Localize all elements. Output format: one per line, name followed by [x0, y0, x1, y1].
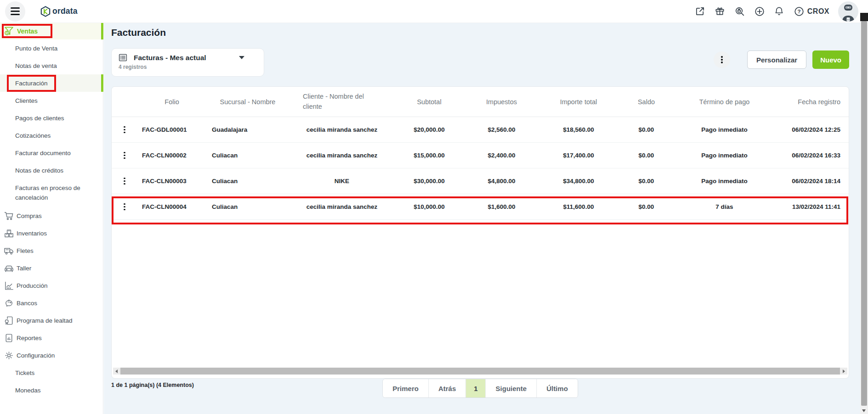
search-icon	[734, 6, 745, 17]
gift-icon	[715, 6, 725, 17]
svg-text:?: ?	[797, 9, 800, 14]
search-button[interactable]	[734, 6, 745, 17]
boxes-icon	[4, 228, 14, 239]
sidebar-item-label: Ventas	[17, 28, 38, 35]
scroll-right-arrow[interactable]	[840, 368, 847, 375]
gift-button[interactable]	[715, 6, 726, 17]
external-link-button[interactable]	[695, 6, 706, 17]
sidebar-item-clientes[interactable]: Clientes	[0, 92, 103, 109]
horizontal-scrollbar[interactable]	[113, 368, 847, 375]
factory-chart-icon	[4, 280, 14, 291]
sidebar-item-monedas[interactable]: Monedas	[0, 382, 103, 399]
row-actions-button[interactable]	[112, 143, 137, 168]
sidebar-item-produccion[interactable]: Producción	[0, 277, 103, 295]
row-actions-button[interactable]	[112, 194, 137, 219]
sidebar: $ Ventas Punto de Venta Notas de venta F…	[0, 23, 103, 414]
svg-text:$: $	[6, 31, 8, 35]
cart-icon	[4, 211, 14, 221]
sidebar-item-bancos[interactable]: Bancos	[0, 295, 103, 312]
loyalty-badge-icon	[4, 315, 14, 326]
gear-icon	[4, 350, 14, 361]
app-root: ordata	[0, 0, 868, 414]
header-actions: Personalizar Nuevo	[714, 50, 849, 69]
vertical-scrollbar-top	[860, 13, 868, 21]
page-summary: 1 de 1 página(s) (4 Elementos)	[111, 382, 194, 388]
sidebar-item-ventas[interactable]: $ Ventas	[0, 23, 103, 39]
user-label: CROX	[807, 7, 829, 16]
horizontal-scrollbar-thumb[interactable]	[120, 368, 840, 375]
sidebar-item-facturacion[interactable]: Facturación	[0, 74, 103, 92]
avatar[interactable]	[838, 1, 858, 22]
vertical-scrollbar[interactable]	[860, 13, 868, 414]
pagination-current-page[interactable]: 1	[465, 379, 485, 397]
scroll-left-arrow[interactable]	[113, 368, 120, 375]
piggy-bank-icon	[4, 298, 14, 308]
sidebar-item-cotizaciones[interactable]: Cotizaciónes	[0, 127, 103, 144]
pagination-next[interactable]: Siguiente	[486, 379, 537, 397]
report-document-icon	[4, 333, 14, 343]
sidebar-item-facturar-documento[interactable]: Facturar documento	[0, 144, 103, 162]
kebab-icon	[721, 56, 723, 58]
menu-button[interactable]	[5, 1, 25, 22]
sidebar-item-compras[interactable]: Compras	[0, 207, 103, 225]
question-circle-icon: ?	[794, 6, 805, 17]
table-row[interactable]: FAC-GDL00001 Guadalajara cecilia miranda…	[112, 117, 849, 143]
sidebar-item-tickets[interactable]: Tickets	[0, 364, 103, 382]
sidebar-item-inventarios[interactable]: Inventarios	[0, 225, 103, 242]
sidebar-item-notas-de-creditos[interactable]: Notas de créditos	[0, 162, 103, 179]
truck-icon	[4, 246, 14, 256]
column-header-sucursal[interactable]: Sucursal - Nombre	[206, 87, 289, 117]
sidebar-item-punto-de-venta[interactable]: Punto de Venta	[0, 39, 103, 57]
column-header-subtotal[interactable]: Subtotal	[395, 87, 464, 117]
pagination-first[interactable]: Primero	[383, 379, 428, 397]
list-view-icon	[118, 53, 128, 62]
page-title: Facturación	[111, 27, 849, 38]
table-row[interactable]: FAC-CLN00002 Culiacan cecilia miranda sa…	[112, 143, 849, 168]
record-count: 4 registros	[119, 64, 257, 70]
pagination: Primero Atrás 1 Siguiente Último	[382, 379, 578, 398]
sidebar-item-pagos-de-clientes[interactable]: Pagos de clientes	[0, 109, 103, 127]
table-header: Folio Sucursal - Nombre Cliente - Nombre…	[112, 87, 849, 117]
sidebar-item-notas-de-venta[interactable]: Notas de venta	[0, 57, 103, 74]
pagination-last[interactable]: Último	[536, 379, 578, 397]
sidebar-item-programa-de-lealtad[interactable]: Programa de lealtad	[0, 312, 103, 330]
view-selector-label: Facturas - Mes actual	[134, 54, 206, 62]
personalize-button[interactable]: Personalizar	[747, 50, 806, 69]
sidebar-item-facturas-en-proceso[interactable]: Facturas en proceso de cancelación	[0, 179, 103, 207]
logo-text: ordata	[52, 6, 78, 16]
scroll-down-arrow[interactable]	[862, 409, 866, 412]
logo-hexagon-icon	[40, 6, 51, 17]
chevron-down-icon	[239, 56, 244, 59]
help-button[interactable]: ?	[794, 6, 805, 17]
external-link-icon	[695, 6, 705, 17]
column-header-termino-de-pago[interactable]: Término de pago	[675, 87, 774, 117]
sidebar-item-reportes[interactable]: Reportes	[0, 330, 103, 347]
notifications-button[interactable]	[774, 6, 785, 17]
invoices-table: Folio Sucursal - Nombre Cliente - Nombre…	[111, 86, 849, 379]
vertical-scrollbar-thumb[interactable]	[861, 21, 867, 406]
column-header-folio[interactable]: Folio	[137, 87, 206, 117]
hamburger-icon	[11, 7, 20, 9]
sidebar-item-configuracion[interactable]: Configuración	[0, 347, 103, 364]
new-button[interactable]: Nuevo	[812, 50, 849, 69]
pagination-prev[interactable]: Atrás	[428, 379, 465, 397]
add-button[interactable]	[754, 6, 765, 17]
sidebar-item-fletes[interactable]: Fletes	[0, 242, 103, 260]
column-header-impuestos[interactable]: Impuestos	[464, 87, 539, 117]
column-header-fecha-registro[interactable]: Fecha registro	[774, 87, 849, 117]
app-logo[interactable]: ordata	[40, 6, 78, 17]
more-options-button[interactable]	[714, 51, 730, 68]
column-header-importe-total[interactable]: Importe total	[539, 87, 618, 117]
car-icon	[4, 263, 14, 274]
view-selector[interactable]: Facturas - Mes actual 4 registros	[111, 48, 264, 77]
table-row-highlighted[interactable]: FAC-CLN00004 Culiacan cecilia miranda sa…	[112, 194, 849, 220]
row-actions-button[interactable]	[112, 117, 137, 142]
column-header-cliente[interactable]: Cliente - Nombre del cliente	[289, 87, 395, 117]
bell-icon	[774, 6, 784, 17]
topbar-actions: ? CROX	[695, 1, 858, 22]
table-row[interactable]: FAC-CLN00003 Culiacan NIKE $30,000.00 $4…	[112, 168, 849, 194]
column-header-saldo[interactable]: Saldo	[618, 87, 675, 117]
main-content: Facturación Facturas - Mes actual 4 regi…	[104, 23, 860, 414]
sidebar-item-taller[interactable]: Taller	[0, 260, 103, 277]
row-actions-button[interactable]	[112, 168, 137, 194]
